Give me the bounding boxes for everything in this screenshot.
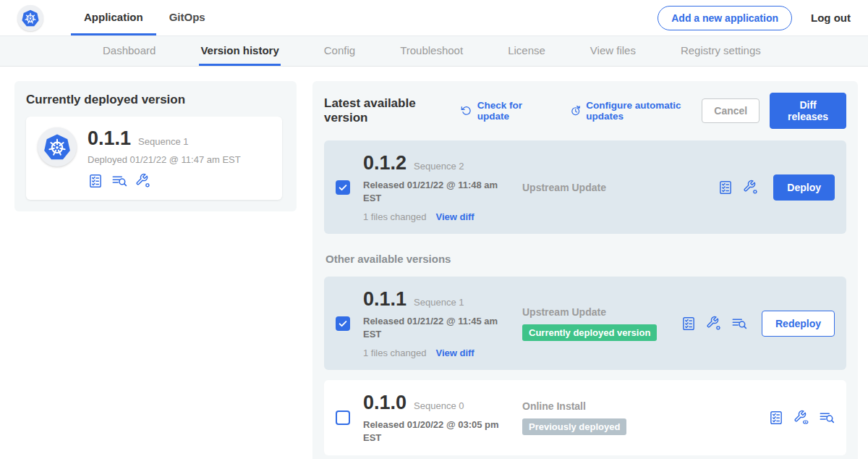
version-number: 0.1.1 (363, 288, 407, 311)
deployed-version-number: 0.1.1 (88, 127, 131, 150)
tab-config[interactable]: Config (323, 36, 357, 66)
version-number: 0.1.0 (363, 392, 407, 414)
preflight-checklist-icon[interactable] (681, 316, 697, 332)
available-versions-panel: Latest available version Check for updat… (312, 81, 858, 459)
tab-version-history[interactable]: Version history (199, 36, 280, 66)
check-for-update-label: Check for update (477, 100, 545, 122)
version-number: 0.1.2 (363, 152, 407, 174)
tab-license[interactable]: License (506, 36, 547, 66)
app-gitops-tabs: Application GitOps (71, 0, 218, 35)
version-checkbox[interactable] (336, 180, 350, 195)
view-diff-link[interactable]: View diff (435, 348, 474, 358)
currently-deployed-panel: Currently deployed version 0.1.1 Sequenc… (14, 81, 297, 211)
version-row-0-1-0: 0.1.0 Sequence 0 Released 01/20/22 @ 03:… (324, 380, 846, 455)
currently-deployed-title: Currently deployed version (26, 93, 282, 107)
version-checkbox[interactable] (336, 316, 350, 331)
tab-registry-settings[interactable]: Registry settings (679, 36, 762, 66)
deploy-logs-icon[interactable] (731, 316, 747, 332)
version-row-0-1-2: 0.1.2 Sequence 2 Released 01/21/22 @ 11:… (324, 140, 846, 234)
tab-troubleshoot[interactable]: Troubleshoot (399, 36, 464, 66)
tab-dashboard[interactable]: Dashboard (101, 36, 157, 66)
preflight-checklist-icon[interactable] (88, 173, 103, 189)
deploy-logs-icon[interactable] (111, 173, 127, 189)
edit-config-icon[interactable] (135, 173, 151, 189)
latest-available-header: Latest available version Check for updat… (324, 93, 846, 129)
other-available-versions-title: Other available versions (326, 253, 846, 265)
app-section-nav: Dashboard Version history Config Trouble… (0, 36, 868, 67)
tab-view-files[interactable]: View files (589, 36, 637, 66)
sequence-label: Sequence 2 (414, 161, 464, 172)
edit-config-icon[interactable] (743, 180, 759, 195)
version-source-label: Upstream Update (522, 182, 718, 193)
preflight-checklist-icon[interactable] (768, 410, 784, 426)
sequence-label: Sequence 0 (414, 400, 464, 411)
add-new-application-button[interactable]: Add a new application (658, 6, 792, 30)
version-checkbox[interactable] (336, 410, 350, 425)
refresh-arrow-icon (461, 104, 472, 117)
deployed-sequence-label: Sequence 1 (138, 136, 188, 147)
sequence-label: Sequence 1 (414, 297, 464, 308)
configure-automatic-updates-label: Configure automatic updates (586, 100, 702, 122)
deploy-logs-icon[interactable] (819, 410, 835, 426)
edit-config-icon[interactable] (706, 316, 722, 332)
view-diff-link[interactable]: View diff (435, 211, 474, 222)
view-config-icon[interactable] (793, 410, 809, 426)
currently-deployed-badge: Currently deployed version (522, 324, 657, 341)
released-timestamp: Released 01/21/22 @ 11:45 am EST (363, 315, 499, 340)
top-navbar: Application GitOps Add a new application… (0, 0, 868, 36)
preflight-checklist-icon[interactable] (718, 180, 733, 195)
files-changed-label: 1 files changed (363, 211, 426, 222)
files-changed-label: 1 files changed (363, 348, 426, 358)
kubernetes-logo (17, 5, 43, 31)
app-logo (38, 127, 77, 167)
version-history-page: Currently deployed version 0.1.1 Sequenc… (0, 67, 868, 459)
redeploy-button[interactable]: Redeploy (762, 311, 835, 337)
clock-arrow-icon (570, 104, 581, 117)
deployed-timestamp: Deployed 01/21/22 @ 11:47 am EST (88, 154, 241, 165)
released-timestamp: Released 01/21/22 @ 11:48 am EST (363, 179, 499, 204)
previously-deployed-badge: Previously deployed (522, 418, 626, 435)
version-row-0-1-1: 0.1.1 Sequence 1 Released 01/21/22 @ 11:… (324, 277, 846, 370)
deployed-version-card: 0.1.1 Sequence 1 Deployed 01/21/22 @ 11:… (26, 117, 282, 200)
version-source-label: Upstream Update (522, 306, 681, 318)
cancel-button[interactable]: Cancel (702, 98, 760, 123)
logout-link[interactable]: Log out (811, 12, 851, 24)
check-for-update-link[interactable]: Check for update (461, 100, 545, 122)
latest-available-title: Latest available version (324, 96, 443, 125)
released-timestamp: Released 01/20/22 @ 03:05 pm EST (363, 418, 499, 444)
version-source-label: Online Install (522, 400, 768, 412)
deploy-button[interactable]: Deploy (773, 174, 835, 201)
configure-automatic-updates-link[interactable]: Configure automatic updates (570, 100, 702, 122)
diff-releases-button[interactable]: Diff releases (770, 93, 846, 129)
tab-gitops[interactable]: GitOps (156, 0, 218, 35)
tab-application[interactable]: Application (71, 0, 156, 35)
